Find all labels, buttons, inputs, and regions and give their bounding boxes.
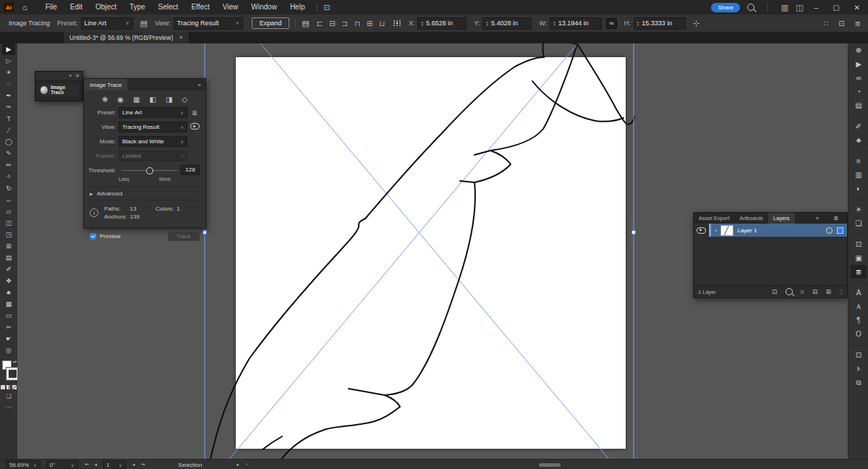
layers-panel-icon[interactable]: ≣ (851, 265, 867, 279)
trace-panel-toggle-icon[interactable]: ▤ (140, 19, 148, 28)
slice-tool[interactable]: ✂ (2, 321, 15, 333)
menu-window[interactable]: Window (244, 0, 284, 14)
minimize-button[interactable]: – (811, 4, 822, 12)
workspace-switcher-icon[interactable]: ◫ (796, 3, 803, 12)
next-artboard-icon[interactable]: ▸ (133, 462, 136, 468)
stepper[interactable]: ▴▾ (486, 20, 488, 26)
advanced-disclosure[interactable]: ▶ Advanced (90, 187, 200, 200)
symbols-panel-icon[interactable]: ♣ (851, 133, 867, 147)
image-trace-dock-button[interactable]: Image Trace (38, 83, 80, 96)
properties-panel-icon[interactable]: ▤ (851, 98, 867, 112)
swap-fill-stroke-icon[interactable]: ⇄ (13, 359, 17, 364)
gradient-panel-icon[interactable]: ◔ (851, 85, 867, 98)
reference-point-grid[interactable] (393, 20, 401, 26)
selection-handle-left[interactable] (203, 231, 207, 234)
paintbrush-tool[interactable]: ✎ (2, 148, 15, 159)
preset-select[interactable]: Line Art ∨ (119, 107, 187, 118)
menu-object[interactable]: Object (89, 0, 123, 14)
menu-file[interactable]: File (39, 0, 64, 14)
shape-builder-tool[interactable]: ◫ (2, 217, 15, 229)
collect-for-export-icon[interactable]: ⊡ (772, 288, 778, 295)
document-tab[interactable]: Untitled-3* @ 56.69 % (RGB/Preview) ✕ (64, 32, 190, 43)
stepper[interactable]: ▴▾ (553, 20, 556, 26)
fill-stroke-control[interactable]: ⇄ (1, 359, 17, 384)
preset-auto-color-icon[interactable]: ❋ (102, 96, 108, 103)
new-sublayer-icon[interactable]: ⊟ (812, 288, 818, 295)
eye-icon[interactable] (697, 227, 706, 234)
constrain-proportions-icon[interactable]: ∞ (606, 18, 616, 29)
controlbar-menu-icon[interactable]: ≣ (855, 20, 861, 28)
x-field[interactable]: ▴▾ 5.6528 in (417, 17, 467, 30)
pen-tool[interactable]: ✒ (2, 90, 15, 101)
pathfinder-panel-icon[interactable]: ⧉ (851, 376, 867, 389)
rotation-dropdown[interactable]: 0° ∨ (46, 460, 78, 469)
workspace-gallery-icon[interactable]: ▥ (781, 3, 788, 12)
close-tab-icon[interactable]: ✕ (179, 35, 183, 41)
new-layer-icon[interactable]: ⊞ (826, 288, 832, 295)
character-styles-panel-icon[interactable]: Ａ (851, 300, 867, 313)
image-trace-tab[interactable]: Image Trace (84, 79, 127, 90)
artboard-tool[interactable]: ▭ (2, 310, 15, 321)
layer-thumbnail[interactable] (720, 225, 733, 236)
graph-tool[interactable]: ▦ (2, 298, 15, 310)
collapse-panel-icon[interactable]: « (198, 82, 205, 88)
graphic-styles-panel-icon[interactable]: ❏ (851, 216, 867, 230)
draw-mode-icon[interactable]: ❏ (6, 393, 11, 400)
stroke-panel-icon[interactable]: ≡ (851, 151, 867, 168)
menu-type[interactable]: Type (123, 0, 152, 14)
blend-tool[interactable]: ❖ (2, 275, 15, 287)
menu-help[interactable]: Help (284, 0, 312, 14)
zoom-level-dropdown[interactable]: 56.69% ∨ (6, 460, 41, 469)
arrange-documents-icon[interactable]: ⊡ (323, 3, 330, 12)
perspective-grid-tool[interactable]: ◳ (2, 229, 15, 240)
horizontal-scrollbar-thumb[interactable] (539, 463, 561, 467)
appearance-panel-icon[interactable]: ☀ (851, 200, 867, 216)
brushes-panel-icon[interactable]: ✐ (851, 117, 867, 133)
preset-outline-icon[interactable]: ◇ (182, 96, 187, 103)
maximize-button[interactable]: ▢ (829, 4, 843, 12)
close-panel-icon[interactable]: ✕ (75, 73, 80, 79)
preset-menu-icon[interactable]: ≣ (190, 109, 200, 117)
visibility-cell[interactable] (694, 224, 709, 237)
direct-selection-tool[interactable]: ▷ (2, 55, 15, 67)
shaper-tool[interactable]: ✧ (2, 171, 15, 182)
menu-effect[interactable]: Effect (184, 0, 216, 14)
stepper[interactable]: ▴▾ (421, 20, 423, 26)
selection-bounds[interactable] (203, 43, 636, 459)
tab-layers[interactable]: Layers (768, 213, 795, 224)
menu-view[interactable]: View (216, 0, 245, 14)
gradient-tool[interactable]: ▤ (2, 252, 15, 263)
free-transform-tool[interactable]: ▱ (2, 206, 15, 217)
preset-dropdown[interactable]: Line Art ∨ (81, 17, 133, 30)
preset-black-white-icon[interactable]: ◨ (166, 96, 172, 103)
status-menu-icon[interactable]: ▸ (237, 462, 239, 468)
symbol-sprayer-tool[interactable]: ♣ (2, 287, 15, 298)
none-mode-icon[interactable] (12, 385, 17, 389)
last-artboard-icon[interactable]: ⇥ (140, 462, 145, 468)
touch-workspace-icon[interactable]: ∷ (824, 20, 828, 28)
opentype-panel-icon[interactable]: O (851, 327, 867, 341)
selection-handle-right[interactable] (632, 231, 636, 234)
asset-export-panel-icon[interactable]: ⊡ (851, 234, 867, 251)
expand-panel-icon[interactable]: » (69, 73, 72, 78)
curvature-tool[interactable]: ✑ (2, 101, 15, 113)
selection-badge[interactable] (837, 227, 843, 234)
previous-artboard-icon[interactable]: ◂ (94, 462, 97, 468)
preset-low-color-icon[interactable]: ▦ (133, 96, 140, 103)
align-bottom-icon[interactable]: ⊔ (379, 20, 385, 28)
close-button[interactable]: ✕ (851, 4, 864, 12)
mesh-tool[interactable]: ⊞ (2, 240, 15, 252)
preset-grayscale-icon[interactable]: ◧ (149, 96, 156, 103)
rotate-tool[interactable]: ↻ (2, 182, 15, 194)
artboard-number-dropdown[interactable]: 1 ∨ (103, 460, 126, 469)
view-dropdown[interactable]: Tracing Result ∨ (174, 17, 243, 30)
color-mode-icon[interactable] (1, 385, 5, 389)
align-right-icon[interactable]: ⊐ (342, 20, 348, 28)
status-back-icon[interactable]: ‹ (247, 462, 248, 468)
align-middle-icon[interactable]: ⊞ (367, 20, 373, 28)
transparency-panel-icon[interactable]: ◐ (851, 182, 867, 195)
align-left-icon[interactable]: ⊏ (317, 20, 323, 28)
align-center-icon[interactable]: ⊟ (329, 20, 335, 28)
character-panel-icon[interactable]: A (851, 283, 867, 300)
expand-layer-icon[interactable]: › (715, 227, 717, 234)
